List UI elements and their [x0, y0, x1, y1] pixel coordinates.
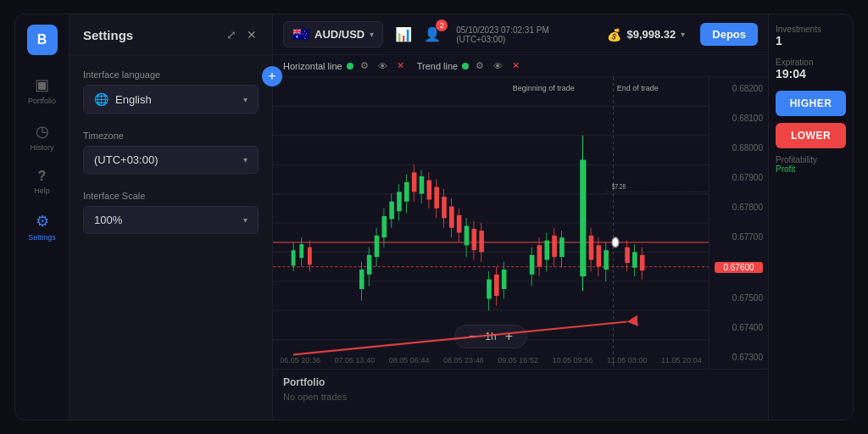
- end-of-trade-label: End of trade: [617, 84, 659, 92]
- expiration-value: 19:04: [776, 67, 846, 81]
- close-settings-button[interactable]: ✕: [245, 26, 259, 43]
- price-67300: 0.67300: [715, 353, 763, 362]
- price-67900: 0.67900: [715, 173, 763, 182]
- alerts-button-wrapper: 👤 2: [420, 23, 444, 46]
- svg-rect-59: [530, 255, 535, 275]
- svg-rect-69: [580, 159, 586, 276]
- balance-amount: $9,998.32: [626, 28, 676, 41]
- price-67400: 0.67400: [715, 323, 763, 332]
- svg-rect-61: [537, 245, 542, 266]
- sidebar-label-portfolio: Portfolio: [28, 97, 56, 105]
- svg-rect-80: [632, 252, 637, 267]
- svg-rect-51: [479, 231, 484, 252]
- profit-value: Profit: [776, 164, 846, 174]
- horizontal-line-label: Horizontal line: [283, 61, 342, 71]
- svg-rect-41: [442, 197, 447, 218]
- deposit-button[interactable]: Depos: [700, 23, 758, 46]
- expiration-label: Expiration: [776, 58, 846, 67]
- scale-field: Interface Scale 100% ▾: [83, 191, 259, 234]
- horizontal-line-hide-button[interactable]: 👁: [376, 59, 390, 73]
- settings-header: Settings ⤢ ✕: [70, 14, 272, 56]
- price-current: 0.67600: [715, 262, 763, 273]
- trend-line-hide-button[interactable]: 👁: [491, 59, 505, 73]
- pair-chevron-icon: ▾: [370, 30, 374, 39]
- right-panel: Investments 1 Expiration 19:04 HIGHER LO…: [768, 14, 853, 420]
- svg-rect-23: [375, 236, 380, 257]
- chart-annotations: Beginning of trade End of trade: [513, 84, 659, 92]
- add-button[interactable]: +: [262, 66, 282, 86]
- settings-icon: ⚙: [36, 212, 49, 231]
- time-label-8: 11.05 20:04: [661, 356, 702, 364]
- beginning-of-trade-label: Beginning of trade: [513, 84, 575, 92]
- time-label-1: 06.05 20:36: [280, 356, 320, 364]
- svg-rect-57: [502, 270, 507, 289]
- higher-button[interactable]: HIGHER: [776, 91, 846, 116]
- language-flag: 🌐: [94, 92, 108, 106]
- zoom-in-button[interactable]: +: [504, 329, 515, 344]
- lower-button[interactable]: LOWER: [776, 123, 846, 148]
- svg-rect-29: [397, 192, 402, 211]
- scale-label: Interface Scale: [83, 191, 259, 201]
- price-67700: 0.67700: [715, 232, 763, 242]
- language-field: Interface language 🌐 English ▾: [83, 70, 259, 114]
- profit-label: Profitability: [776, 155, 846, 164]
- timezone-select[interactable]: (UTC+03:00) ▾: [83, 146, 259, 174]
- pair-selector[interactable]: 🇦🇺 AUD/USD ▾: [283, 21, 383, 47]
- chart-toolbar: Horizontal line ⚙ 👁 ✕ Trend line ⚙ 👁 ✕: [273, 55, 768, 77]
- language-select[interactable]: 🌐 English ▾: [83, 85, 259, 114]
- svg-rect-71: [589, 236, 594, 260]
- time-label-2: 07.05 13:40: [335, 356, 376, 364]
- svg-rect-35: [420, 176, 425, 194]
- time-labels: 06.05 20:36 07.05 13:40 08.05 06:44 08.0…: [273, 352, 709, 369]
- pair-name: AUD/USD: [314, 28, 364, 41]
- sidebar-item-portfolio[interactable]: ▣ Portfolio: [19, 69, 65, 112]
- time-label-7: 11.05 03:00: [607, 356, 648, 364]
- sidebar-item-settings[interactable]: ⚙ Settings: [19, 205, 65, 248]
- price-axis: 0.68200 0.68100 0.68000 0.67900 0.67800 …: [709, 77, 768, 369]
- scale-chevron-icon: ▾: [243, 215, 248, 225]
- price-68200: 0.68200: [715, 84, 763, 93]
- trend-line-settings-button[interactable]: ⚙: [473, 58, 487, 73]
- settings-title: Settings: [83, 28, 133, 42]
- alerts-badge: 2: [436, 19, 448, 31]
- chart-content: Beginning of trade End of trade: [273, 77, 768, 369]
- trend-line-label: Trend line: [417, 61, 459, 71]
- history-icon: ◷: [36, 122, 49, 141]
- svg-rect-43: [449, 207, 454, 228]
- portfolio-bar: Portfolio No open trades: [273, 369, 768, 420]
- svg-rect-47: [465, 225, 470, 245]
- zoom-out-button[interactable]: −: [467, 329, 478, 344]
- svg-rect-53: [487, 280, 492, 299]
- svg-rect-15: [299, 244, 303, 258]
- chart-type-button[interactable]: 📊: [392, 23, 415, 46]
- svg-rect-39: [434, 187, 439, 209]
- sidebar-label-help: Help: [34, 186, 50, 195]
- app-logo: B: [27, 25, 58, 55]
- sidebar-item-history[interactable]: ◷ History: [19, 115, 65, 159]
- sidebar-item-help[interactable]: ? Help: [19, 162, 65, 202]
- horizontal-line-dot: [347, 63, 353, 70]
- svg-rect-67: [559, 237, 565, 257]
- timezone-chevron-icon: ▾: [243, 155, 248, 164]
- svg-rect-25: [382, 216, 387, 237]
- svg-rect-37: [427, 181, 432, 200]
- timezone-value: (UTC+03:00): [94, 153, 159, 166]
- settings-panel: Settings ⤢ ✕ + Interface language 🌐 Engl…: [70, 14, 273, 420]
- maximize-button[interactable]: ⤢: [225, 26, 238, 43]
- svg-rect-78: [625, 248, 630, 263]
- horizontal-line-settings-button[interactable]: ⚙: [358, 58, 371, 73]
- svg-rect-33: [412, 172, 417, 192]
- svg-rect-27: [389, 202, 394, 220]
- balance-area: 💰 $9,998.32 ▾: [607, 28, 685, 42]
- app-container: B ▣ Portfolio ◷ History ? Help ⚙ Setting…: [14, 14, 854, 420]
- svg-rect-19: [359, 270, 364, 289]
- investment-section: Investments 1: [776, 25, 846, 51]
- horizontal-line-delete-button[interactable]: ✕: [394, 58, 407, 73]
- time-label-5: 09.05 16:52: [498, 356, 538, 364]
- price-68100: 0.68100: [715, 114, 763, 123]
- balance-chevron-icon: ▾: [681, 30, 685, 39]
- trend-line-delete-button[interactable]: ✕: [509, 58, 522, 73]
- svg-rect-73: [596, 245, 601, 266]
- settings-body: + Interface language 🌐 English ▾ Timezon…: [70, 56, 272, 248]
- scale-select[interactable]: 100% ▾: [83, 206, 259, 234]
